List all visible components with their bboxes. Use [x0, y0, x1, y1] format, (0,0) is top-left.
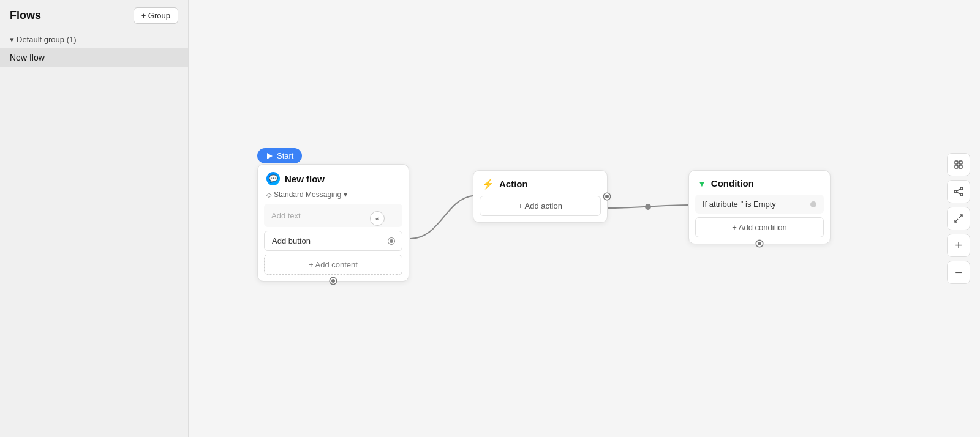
fit-view-button[interactable]	[947, 153, 970, 176]
canvas: Start 💬 New flow ◇ Standard Messaging ▾ …	[189, 0, 980, 437]
add-content-button[interactable]: + Add content	[264, 255, 402, 275]
chevron-down-small: ▾	[344, 190, 347, 199]
svg-point-6	[960, 187, 963, 190]
svg-line-10	[957, 192, 960, 194]
node-condition: ▼ Condition If attribute '' is Empty + A…	[688, 170, 831, 244]
expand-icon	[953, 213, 964, 224]
zoom-in-button[interactable]: +	[947, 234, 970, 257]
add-text-placeholder: Add text	[271, 211, 301, 220]
diamond-icon: ◇	[266, 191, 271, 199]
condition-bottom-dot	[756, 241, 763, 247]
svg-point-8	[960, 193, 963, 196]
share-icon	[953, 186, 964, 197]
node-condition-title: Condition	[711, 178, 754, 189]
right-toolbar: + −	[947, 153, 970, 284]
sidebar-item-newflow[interactable]: New flow	[0, 48, 188, 67]
svg-line-9	[957, 189, 960, 191]
node-action-header: ⚡ Action	[473, 171, 607, 196]
button-dot	[388, 238, 394, 244]
start-label: Start	[277, 151, 293, 160]
sidebar-title: Flows	[10, 9, 41, 22]
fit-view-icon	[953, 159, 964, 170]
start-badge[interactable]: Start	[257, 148, 302, 163]
node-action: ⚡ Action + Add action	[473, 170, 608, 223]
play-icon	[266, 152, 273, 160]
lightning-icon: ⚡	[482, 178, 494, 190]
add-condition-button[interactable]: + Add condition	[695, 217, 824, 237]
node-condition-header: ▼ Condition	[689, 171, 830, 195]
svg-rect-2	[955, 161, 958, 164]
chevrons-left-icon: «	[375, 215, 379, 222]
collapse-sidebar-button[interactable]: «	[370, 211, 385, 226]
svg-rect-3	[959, 161, 962, 164]
condition-text: If attribute '' is Empty	[703, 200, 776, 209]
sidebar: Flows + Group ▾ Default group (1) New fl…	[0, 0, 189, 437]
expand-button[interactable]	[947, 207, 970, 230]
share-button[interactable]	[947, 180, 970, 203]
add-button-row[interactable]: Add button	[264, 231, 402, 251]
default-group-label: Default group (1)	[17, 35, 77, 44]
add-action-button[interactable]: + Add action	[480, 196, 601, 216]
node-newflow-header: 💬 New flow	[258, 165, 409, 190]
node-newflow: 💬 New flow ◇ Standard Messaging ▾ Add te…	[257, 164, 409, 282]
svg-point-7	[954, 190, 957, 193]
condition-if-row[interactable]: If attribute '' is Empty	[695, 195, 824, 214]
node-newflow-title: New flow	[285, 174, 325, 184]
sidebar-header: Flows + Group	[0, 0, 188, 31]
chevron-down-icon: ▾	[10, 35, 14, 44]
add-group-button[interactable]: + Group	[134, 7, 178, 24]
svg-rect-5	[959, 165, 962, 168]
svg-marker-1	[267, 153, 273, 159]
newflow-bottom-dot	[330, 278, 336, 284]
svg-point-0	[645, 204, 651, 210]
condition-row-dot	[810, 201, 816, 207]
action-right-dot	[604, 193, 610, 200]
default-group[interactable]: ▾ Default group (1)	[0, 31, 188, 48]
svg-rect-4	[955, 165, 958, 168]
filter-icon: ▼	[698, 179, 706, 189]
zoom-out-button[interactable]: −	[947, 261, 970, 284]
messenger-icon: 💬	[266, 172, 280, 185]
node-action-title: Action	[499, 179, 528, 189]
node-newflow-subtitle: ◇ Standard Messaging ▾	[258, 190, 409, 204]
